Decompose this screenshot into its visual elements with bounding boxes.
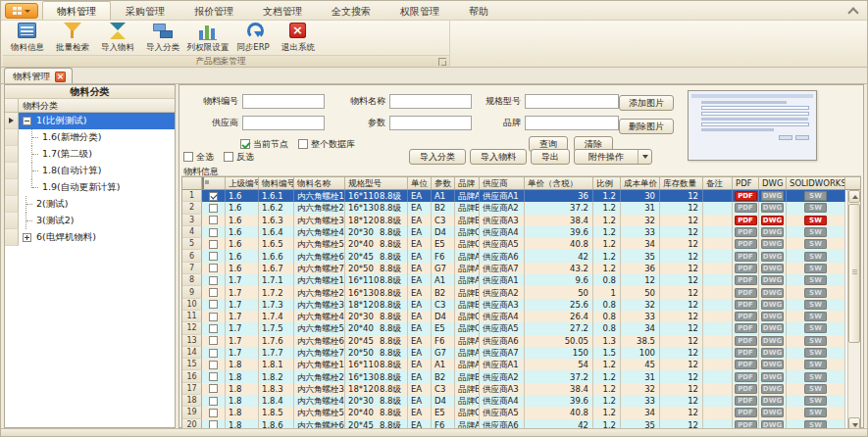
row-checkbox[interactable]: [209, 324, 218, 333]
table-row[interactable]: 31.61.6.3内六角螺栓318*1208.8级EAC3品牌B供应商A338.…: [182, 215, 860, 226]
pdf-button[interactable]: PDF: [735, 227, 757, 237]
solidworks-button[interactable]: SW: [804, 372, 827, 382]
column-header[interactable]: 单位: [408, 177, 432, 189]
dwg-button[interactable]: DWG: [761, 275, 784, 285]
table-row[interactable]: 171.81.8.3内六角螺栓318*1208.8级EAC3品牌B供应商A338…: [182, 383, 860, 395]
dwg-button[interactable]: DWG: [761, 252, 784, 262]
menu-tab-document[interactable]: 文档管理: [248, 1, 317, 20]
tree-item[interactable]: 1.7(第二级): [5, 146, 175, 163]
dwg-button[interactable]: DWG: [761, 216, 784, 225]
material-image-preview[interactable]: [688, 90, 817, 161]
menu-tab-purchase[interactable]: 采购管理: [111, 1, 179, 20]
table-row[interactable]: 151.81.8.1内六角螺栓116*1108.8级EAA1品牌A供应商A154…: [182, 359, 860, 370]
dwg-button[interactable]: DWG: [761, 396, 784, 406]
pdf-button[interactable]: PDF: [735, 264, 757, 273]
column-header[interactable]: 单价（含税）: [525, 177, 593, 189]
select-cell[interactable]: [202, 190, 226, 202]
select-cell[interactable]: [202, 395, 226, 407]
table-row[interactable]: 191.81.8.5内六角螺栓520*408.8级EAE5品牌C供应商A540.…: [182, 407, 860, 418]
column-header[interactable]: 参数: [432, 177, 455, 189]
batch-search-button[interactable]: 批量检索: [50, 21, 95, 55]
select-cell[interactable]: [202, 226, 226, 238]
import-material-button[interactable]: 导入物料: [95, 21, 140, 55]
pdf-button[interactable]: PDF: [735, 384, 757, 394]
row-checkbox[interactable]: [209, 313, 218, 321]
solidworks-button[interactable]: SW: [804, 239, 827, 249]
tree-item[interactable]: 6(电焊机物料): [5, 229, 175, 246]
row-checkbox[interactable]: [209, 228, 218, 237]
pdf-button[interactable]: PDF: [735, 203, 757, 213]
pdf-button[interactable]: PDF: [735, 360, 757, 369]
add-image-button[interactable]: 添加图片: [619, 95, 674, 111]
dialog-launcher-icon[interactable]: [438, 58, 446, 66]
select-cell[interactable]: [202, 263, 226, 274]
table-row[interactable]: 111.71.7.4内六角螺栓420*308.8级EAD4品牌C供应商A426.…: [182, 311, 860, 322]
select-cell[interactable]: [202, 250, 226, 262]
column-header[interactable]: PDF: [733, 177, 759, 189]
column-header[interactable]: 库存数量: [660, 177, 703, 189]
solidworks-button[interactable]: SW: [804, 264, 827, 273]
export-button[interactable]: 导出: [531, 149, 570, 165]
application-menu-button[interactable]: [5, 3, 38, 19]
vertical-scrollbar[interactable]: [847, 190, 860, 430]
pdf-button[interactable]: PDF: [735, 348, 757, 358]
dwg-button[interactable]: DWG: [761, 227, 784, 237]
dwg-button[interactable]: DWG: [761, 300, 784, 310]
table-row[interactable]: 101.71.7.3内六角螺栓318*1208.8级EAC3品牌B供应商A325…: [182, 299, 860, 311]
solidworks-button[interactable]: SW: [804, 384, 827, 394]
solidworks-button[interactable]: SW: [804, 216, 827, 225]
row-checkbox[interactable]: [209, 384, 218, 393]
dwg-button[interactable]: DWG: [761, 360, 784, 369]
minimize-ribbon-icon[interactable]: [847, 6, 859, 16]
row-checkbox[interactable]: [209, 349, 218, 358]
material-code-input[interactable]: [242, 94, 325, 109]
brand-input[interactable]: [525, 116, 619, 130]
tab-material-management[interactable]: 物料管理: [4, 68, 73, 83]
pdf-button[interactable]: PDF: [735, 336, 757, 346]
column-header[interactable]: 物料名称: [294, 177, 345, 189]
tree-item[interactable]: 2(测试): [5, 196, 175, 213]
dwg-button[interactable]: DWG: [761, 348, 784, 358]
column-header[interactable]: 规格型号: [345, 177, 408, 189]
scroll-thumb[interactable]: [848, 204, 860, 343]
table-row[interactable]: 121.71.7.5内六角螺栓520*408.8级EAE5品牌C供应商A527.…: [182, 322, 860, 334]
select-cell[interactable]: [202, 274, 226, 286]
tree-item[interactable]: 1(比例测试): [5, 113, 175, 129]
table-row[interactable]: 21.61.6.2内六角螺栓216*1308.8级EAB2品牌B供应商A237.…: [182, 202, 860, 214]
solidworks-button[interactable]: SW: [804, 396, 827, 406]
pdf-button[interactable]: PDF: [735, 275, 757, 285]
dwg-button[interactable]: DWG: [761, 372, 784, 382]
select-cell[interactable]: [202, 286, 226, 298]
menu-tab-quotation[interactable]: 报价管理: [179, 1, 248, 20]
select-cell[interactable]: [202, 335, 226, 347]
pdf-button[interactable]: PDF: [735, 408, 757, 417]
column-header[interactable]: DWG: [759, 177, 787, 189]
column-header[interactable]: 供应商: [480, 177, 525, 189]
material-name-input[interactable]: [389, 94, 472, 109]
whole-database-checkbox[interactable]: [298, 139, 308, 149]
solidworks-button[interactable]: SW: [804, 288, 827, 298]
select-cell[interactable]: [202, 299, 226, 311]
row-checkbox[interactable]: [209, 276, 218, 285]
row-checkbox[interactable]: [209, 240, 218, 249]
toolbar-import-category-button[interactable]: 导入分类: [409, 149, 466, 165]
select-cell[interactable]: [202, 215, 226, 226]
dwg-button[interactable]: DWG: [761, 264, 784, 273]
select-cell[interactable]: [202, 347, 226, 359]
row-checkbox[interactable]: [209, 216, 218, 224]
sync-erp-button[interactable]: 同步ERP: [230, 21, 276, 55]
column-header[interactable]: 比例: [593, 177, 621, 189]
select-cell[interactable]: [202, 370, 226, 382]
pdf-button[interactable]: PDF: [735, 312, 757, 321]
select-cell[interactable]: [202, 202, 226, 214]
select-cell[interactable]: [202, 311, 226, 322]
solidworks-button[interactable]: SW: [804, 312, 827, 321]
tree-item[interactable]: 1.8(自动计算): [5, 163, 175, 179]
table-row[interactable]: 71.61.6.7内六角螺栓720*508.8级EAG7品牌A供应商A743.2…: [182, 263, 860, 274]
row-checkbox[interactable]: [209, 204, 218, 213]
import-category-button[interactable]: 导入分类: [140, 21, 185, 55]
column-header[interactable]: 备注: [703, 177, 733, 189]
dwg-button[interactable]: DWG: [761, 408, 784, 417]
menu-tab-help[interactable]: 帮助: [454, 1, 503, 20]
table-row[interactable]: 41.61.6.4内六角螺栓420*308.8级EAD4品牌C供应商A439.6…: [182, 226, 860, 238]
